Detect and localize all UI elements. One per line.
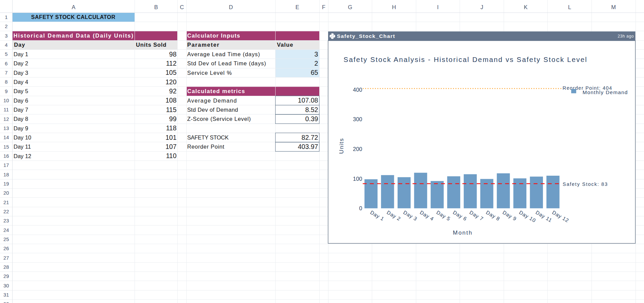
svg-text:C: C [180,4,184,10]
svg-text:31: 31 [3,292,9,298]
svg-text:6: 6 [5,61,7,66]
svg-text:17: 17 [3,163,9,168]
svg-text:J: J [480,4,483,10]
svg-text:Day: Day [14,42,25,48]
svg-text:2: 2 [315,60,318,67]
svg-text:Day 8: Day 8 [14,116,28,122]
svg-text:82.72: 82.72 [302,134,318,141]
svg-text:Day 6: Day 6 [14,98,28,104]
svg-text:30: 30 [3,283,9,288]
svg-text:Std Dev of Demand: Std Dev of Demand [187,107,238,113]
svg-text:118: 118 [166,124,177,132]
svg-text:3: 3 [315,50,318,58]
svg-text:28: 28 [3,264,9,270]
svg-text:98: 98 [169,50,177,58]
svg-text:16: 16 [3,153,9,159]
svg-text:B: B [154,4,158,10]
svg-text:107: 107 [165,143,177,150]
svg-text:5: 5 [5,51,7,57]
svg-text:Day 11: Day 11 [14,144,31,150]
svg-text:Day 10: Day 10 [14,134,31,140]
svg-text:Z-Score (Service Level): Z-Score (Service Level) [187,116,251,122]
svg-text:Average Demand: Average Demand [187,98,237,104]
svg-text:L: L [568,4,571,10]
svg-text:1: 1 [5,15,7,20]
svg-text:403.97: 403.97 [298,143,318,150]
svg-text:20: 20 [3,190,9,196]
svg-text:Calculator Inputs: Calculator Inputs [187,33,240,39]
svg-text:Day 2: Day 2 [14,60,28,66]
svg-text:11: 11 [4,107,9,112]
svg-text:92: 92 [169,87,177,95]
svg-text:F: F [322,4,325,10]
svg-text:110: 110 [166,152,177,159]
svg-text:E: E [296,4,299,10]
svg-text:107.08: 107.08 [298,96,318,104]
svg-text:I: I [437,4,439,10]
svg-text:32: 32 [3,301,9,303]
svg-text:108: 108 [165,96,177,104]
svg-text:120: 120 [165,78,177,86]
svg-text:15: 15 [3,144,9,150]
svg-text:8: 8 [5,79,7,85]
svg-text:Month: Month [453,230,472,236]
svg-text:19: 19 [3,181,9,187]
svg-text:Historical Demand Data (Daily: Historical Demand Data (Daily Units) [14,33,134,39]
svg-text:14: 14 [3,135,9,140]
svg-text:99: 99 [169,115,177,123]
svg-text:Safety Stock Analysis - Histor: Safety Stock Analysis - Historical Deman… [344,56,587,63]
svg-text:29: 29 [3,274,9,279]
svg-text:Parameter: Parameter [187,42,220,48]
svg-text:400: 400 [353,87,362,93]
svg-text:A: A [72,4,76,10]
svg-text:115: 115 [166,106,177,113]
svg-text:3: 3 [5,33,7,39]
svg-text:24: 24 [3,228,9,233]
svg-text:Day 7: Day 7 [14,107,28,113]
svg-text:7: 7 [5,70,7,75]
svg-text:22: 22 [3,209,9,214]
svg-text:Safety Stock: 83: Safety Stock: 83 [563,181,608,187]
svg-text:Safety_Stock_Chart: Safety_Stock_Chart [337,33,395,39]
svg-text:27: 27 [3,255,9,261]
svg-text:100: 100 [353,176,362,182]
svg-text:10: 10 [3,98,9,103]
svg-text:23h ago: 23h ago [618,34,634,39]
svg-text:Day 3: Day 3 [14,70,28,76]
svg-text:4: 4 [5,42,7,48]
svg-text:Units: Units [338,138,345,154]
svg-text:300: 300 [353,116,362,122]
svg-text:Average Lead Time (days): Average Lead Time (days) [187,51,260,57]
svg-text:Day 12: Day 12 [14,153,31,159]
svg-text:8.52: 8.52 [305,106,318,113]
svg-text:0: 0 [359,205,362,211]
svg-text:Monthly Demand: Monthly Demand [583,89,628,95]
svg-text:2: 2 [5,24,7,29]
svg-text:65: 65 [311,69,318,76]
svg-text:G: G [348,4,352,10]
svg-text:200: 200 [353,146,362,152]
svg-text:M: M [611,4,616,10]
svg-text:26: 26 [3,246,9,251]
svg-text:12: 12 [3,116,9,122]
svg-text:Units Sold: Units Sold [136,42,166,48]
svg-text:D: D [229,4,233,10]
svg-text:0.39: 0.39 [305,115,318,123]
svg-text:SAFETY STOCK CALCULATOR: SAFETY STOCK CALCULATOR [31,14,116,20]
svg-text:Day 1: Day 1 [14,51,28,57]
svg-text:105: 105 [165,69,177,76]
svg-text:Day 9: Day 9 [14,125,28,131]
svg-text:Day 5: Day 5 [14,88,28,94]
svg-text:13: 13 [3,126,9,131]
svg-text:18: 18 [3,172,9,177]
svg-text:21: 21 [3,200,9,205]
svg-text:Value: Value [277,42,294,48]
svg-text:H: H [392,4,396,10]
svg-text:Day 4: Day 4 [14,79,28,85]
svg-text:23: 23 [3,218,9,223]
svg-text:Reorder Point: Reorder Point [187,144,224,150]
svg-text:112: 112 [166,60,177,67]
svg-text:K: K [524,4,528,10]
svg-text:101: 101 [165,134,177,141]
svg-text:25: 25 [3,237,9,242]
